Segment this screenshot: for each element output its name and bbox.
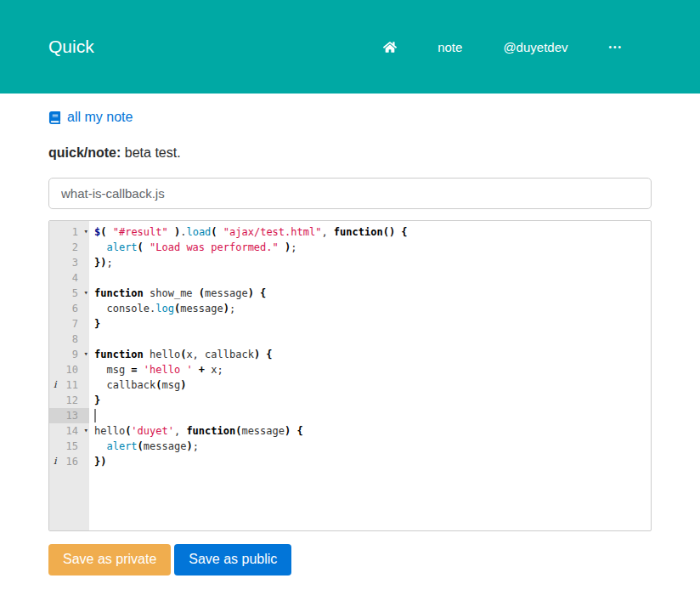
top-nav: note @duyetdev ••• xyxy=(383,40,652,54)
code-line-7[interactable]: } xyxy=(89,316,651,332)
editor-line-1[interactable]: 1▾$( "#result" ).load( "ajax/test.html",… xyxy=(49,224,651,240)
info-annotation-icon: i xyxy=(54,377,57,393)
code-line-2[interactable]: alert( "Load was performed." ); xyxy=(89,240,651,255)
fold-arrow-icon[interactable]: ▾ xyxy=(84,226,88,237)
all-my-note-link[interactable]: all my note xyxy=(48,110,133,125)
editor-lines: 1▾$( "#result" ).load( "ajax/test.html",… xyxy=(49,221,651,469)
code-line-5[interactable]: function show_me (message) { xyxy=(89,286,651,301)
editor-line-12[interactable]: 12} xyxy=(49,393,651,408)
code-editor[interactable]: 1▾$( "#result" ).load( "ajax/test.html",… xyxy=(48,220,652,531)
editor-line-9[interactable]: 9▾function hello(x, callback) { xyxy=(49,347,651,362)
editor-line-5[interactable]: 5▾function show_me (message) { xyxy=(49,286,651,301)
editor-line-10[interactable]: 10 msg = 'hello ' + x; xyxy=(49,362,651,377)
code-line-12[interactable]: } xyxy=(89,393,651,408)
gutter-line-number-9[interactable]: 9▾ xyxy=(49,347,89,362)
gutter-line-number-12[interactable]: 12 xyxy=(49,393,89,408)
code-line-15[interactable]: alert(message); xyxy=(89,439,651,454)
note-description: quick/note: beta test. xyxy=(48,145,652,161)
code-line-1[interactable]: $( "#result" ).load( "ajax/test.html", f… xyxy=(89,224,651,240)
gutter-line-number-10[interactable]: 10 xyxy=(49,362,89,377)
code-line-6[interactable]: console.log(message); xyxy=(89,301,651,316)
brand-title[interactable]: Quick xyxy=(48,37,94,57)
save-buttons-row: Save as private Save as public xyxy=(48,544,652,575)
code-line-9[interactable]: function hello(x, callback) { xyxy=(89,347,651,362)
nav-more-menu[interactable]: ••• xyxy=(608,43,623,52)
note-name: quick/note: xyxy=(48,145,121,160)
back-link-label: all my note xyxy=(67,110,133,125)
save-public-button[interactable]: Save as public xyxy=(174,544,291,575)
gutter-line-number-8[interactable]: 8 xyxy=(49,332,89,347)
code-line-11[interactable]: callback(msg) xyxy=(89,377,651,393)
editor-line-6[interactable]: 6 console.log(message); xyxy=(49,301,651,316)
gutter-line-number-3[interactable]: 3 xyxy=(49,255,89,270)
editor-line-2[interactable]: 2 alert( "Load was performed." ); xyxy=(49,240,651,255)
editor-line-16[interactable]: i16}) xyxy=(49,454,651,469)
code-line-8[interactable] xyxy=(89,332,651,347)
editor-line-15[interactable]: 15 alert(message); xyxy=(49,439,651,454)
fold-arrow-icon[interactable]: ▾ xyxy=(84,287,88,298)
code-line-14[interactable]: hello('duyet', function(message) { xyxy=(89,423,651,439)
save-private-button[interactable]: Save as private xyxy=(48,544,171,575)
nav-home[interactable] xyxy=(383,41,397,54)
gutter-line-number-14[interactable]: 14▾ xyxy=(49,423,89,439)
code-line-3[interactable]: }); xyxy=(89,255,651,270)
app-header: Quick note @duyetdev ••• xyxy=(0,0,700,94)
gutter-line-number-1[interactable]: 1▾ xyxy=(49,224,89,240)
gutter-line-number-4[interactable]: 4 xyxy=(49,270,89,286)
book-icon xyxy=(48,111,61,124)
nav-user[interactable]: @duyetdev xyxy=(503,40,567,54)
home-icon xyxy=(383,41,397,54)
editor-line-13[interactable]: 13 xyxy=(49,408,651,423)
editor-line-14[interactable]: 14▾hello('duyet', function(message) { xyxy=(49,423,651,439)
code-line-4[interactable] xyxy=(89,270,651,286)
info-annotation-icon: i xyxy=(54,454,57,469)
gutter-line-number-11[interactable]: i11 xyxy=(49,377,89,393)
editor-line-11[interactable]: i11 callback(msg) xyxy=(49,377,651,393)
fold-arrow-icon[interactable]: ▾ xyxy=(84,425,88,436)
text-cursor xyxy=(94,409,96,422)
gutter-line-number-2[interactable]: 2 xyxy=(49,240,89,255)
gutter-line-number-16[interactable]: i16 xyxy=(49,454,89,469)
gutter-line-number-15[interactable]: 15 xyxy=(49,439,89,454)
code-line-16[interactable]: }) xyxy=(89,454,651,469)
editor-line-3[interactable]: 3}); xyxy=(49,255,651,270)
fold-arrow-icon[interactable]: ▾ xyxy=(84,349,88,360)
gutter-line-number-13[interactable]: 13 xyxy=(49,408,89,423)
nav-note[interactable]: note xyxy=(438,40,462,54)
gutter-line-number-7[interactable]: 7 xyxy=(49,316,89,332)
editor-line-4[interactable]: 4 xyxy=(49,270,651,286)
code-line-10[interactable]: msg = 'hello ' + x; xyxy=(89,362,651,377)
editor-line-7[interactable]: 7} xyxy=(49,316,651,332)
gutter-line-number-6[interactable]: 6 xyxy=(49,301,89,316)
editor-line-8[interactable]: 8 xyxy=(49,332,651,347)
gutter-line-number-5[interactable]: 5▾ xyxy=(49,286,89,301)
code-line-13[interactable] xyxy=(89,408,651,423)
filename-input[interactable] xyxy=(48,178,652,209)
note-desc-text: beta test. xyxy=(125,145,181,160)
main-content: all my note quick/note: beta test. 1▾$( … xyxy=(0,94,700,575)
